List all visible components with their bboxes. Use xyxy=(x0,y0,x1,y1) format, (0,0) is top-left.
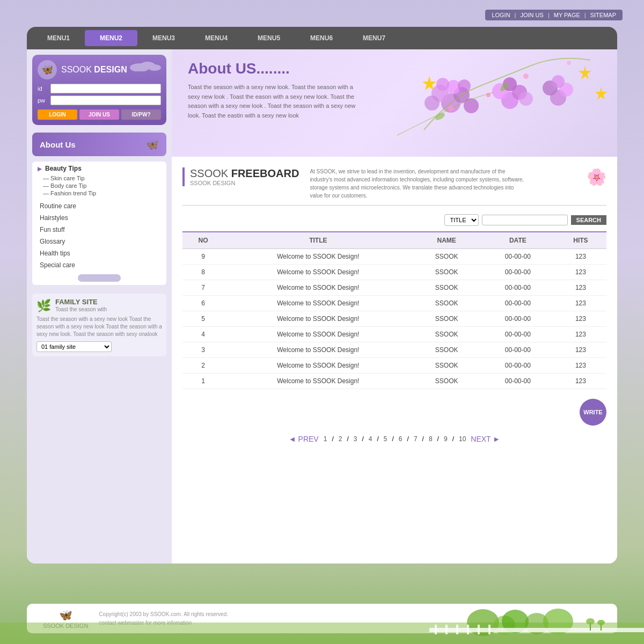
board-subtitle: SSOOK DESIGN xyxy=(190,180,299,186)
family-site-desc: Toast the season with a sexy new look To… xyxy=(36,316,162,338)
search-input[interactable] xyxy=(482,215,568,225)
col-title: TITLE xyxy=(224,232,412,249)
cell-date: 00-00-00 xyxy=(481,327,555,342)
table-row: 3 Welcome to SSOOK Design! SSOOK 00-00-0… xyxy=(182,342,606,358)
cell-title[interactable]: Welcome to SSOOK Design! xyxy=(224,280,412,296)
cell-title[interactable]: Welcome to SSOOK Design! xyxy=(224,296,412,311)
page-9[interactable]: 9 xyxy=(441,434,450,444)
search-bar: TITLE SEARCH xyxy=(182,214,606,226)
svg-point-25 xyxy=(523,74,529,79)
page-10[interactable]: 10 xyxy=(456,434,469,444)
cell-name: SSOOK xyxy=(413,249,481,265)
nav-menu2[interactable]: MENU2 xyxy=(85,30,137,46)
table-row: 9 Welcome to SSOOK Design! SSOOK 00-00-0… xyxy=(182,249,606,265)
svg-point-23 xyxy=(448,106,453,111)
cell-title[interactable]: Welcome to SSOOK Design! xyxy=(224,358,412,374)
prev-arrow[interactable]: ◄ PREV xyxy=(289,435,319,443)
cell-date: 00-00-00 xyxy=(481,280,555,296)
banner: About US........ Toast the season with a… xyxy=(172,49,617,157)
board-title: SSOOK FREEBOARD xyxy=(190,167,299,180)
nav-menu6[interactable]: MENU6 xyxy=(295,30,348,46)
cell-no: 6 xyxy=(182,296,224,311)
cell-name: SSOOK xyxy=(413,374,481,389)
board-title-regular: SSOOK xyxy=(190,167,228,179)
landscape xyxy=(0,601,644,644)
health-tips-link[interactable]: Health tips xyxy=(40,247,161,259)
butterfly-deco-icon: 🦋 xyxy=(145,138,159,151)
next-arrow[interactable]: NEXT ► xyxy=(471,435,500,443)
routine-care-link[interactable]: Routine care xyxy=(40,200,161,212)
nav-menu5[interactable]: MENU5 xyxy=(243,30,295,46)
nav-menu3[interactable]: MENU3 xyxy=(137,30,190,46)
family-site-tagline: Toast the season with xyxy=(55,306,107,313)
cell-date: 00-00-00 xyxy=(481,265,555,280)
cell-name: SSOOK xyxy=(413,265,481,280)
sitemap-link[interactable]: SITEMAP xyxy=(590,12,616,18)
cell-title[interactable]: Welcome to SSOOK Design! xyxy=(224,249,412,265)
main-container: MENU1 MENU2 MENU3 MENU4 MENU5 MENU6 MENU… xyxy=(27,27,617,564)
page-2[interactable]: 2 xyxy=(336,434,345,444)
svg-point-6 xyxy=(425,96,440,111)
svg-point-19 xyxy=(552,75,565,88)
cell-no: 3 xyxy=(182,342,224,358)
pw-input[interactable] xyxy=(50,96,161,105)
page-5[interactable]: 5 xyxy=(381,434,390,444)
page-8[interactable]: 8 xyxy=(426,434,435,444)
login-box: 🦋 SSOOK DESIGN id pw LOGIN JOIN US ID/P xyxy=(32,55,166,125)
fun-stuff-link[interactable]: Fun stuff xyxy=(40,224,161,236)
write-button[interactable]: WRITE xyxy=(580,399,606,426)
logo-text: SSOOK DESIGN xyxy=(61,65,127,75)
page-3[interactable]: 3 xyxy=(351,434,360,444)
cell-title[interactable]: Welcome to SSOOK Design! xyxy=(224,265,412,280)
hairstyles-link[interactable]: Hairstyles xyxy=(40,212,161,224)
cell-hits: 123 xyxy=(555,249,606,265)
cell-title[interactable]: Welcome to SSOOK Design! xyxy=(224,311,412,327)
cell-hits: 123 xyxy=(555,374,606,389)
page-7[interactable]: 7 xyxy=(411,434,420,444)
svg-point-9 xyxy=(436,78,449,91)
svg-point-7 xyxy=(464,98,479,113)
main-content: About US........ Toast the season with a… xyxy=(172,49,617,564)
svg-rect-35 xyxy=(429,628,644,632)
joinus-button[interactable]: JOIN US xyxy=(79,109,119,120)
body-care-item[interactable]: — Body care Tip xyxy=(43,182,161,189)
page-6[interactable]: 6 xyxy=(396,434,405,444)
mypage-link[interactable]: MY PAGE xyxy=(554,12,580,18)
svg-rect-40 xyxy=(478,625,480,634)
fashion-trend-item[interactable]: — Fashion trend Tip xyxy=(43,189,161,197)
cell-no: 9 xyxy=(182,249,224,265)
id-label: id xyxy=(38,85,47,92)
search-button[interactable]: SEARCH xyxy=(571,215,606,225)
search-select[interactable]: TITLE xyxy=(444,214,479,226)
cell-title[interactable]: Welcome to SSOOK Design! xyxy=(224,342,412,358)
table-row: 5 Welcome to SSOOK Design! SSOOK 00-00-0… xyxy=(182,311,606,327)
family-site-header: 🌿 FAMILY SITE Toast the season with xyxy=(36,298,162,313)
page-4[interactable]: 4 xyxy=(366,434,375,444)
cell-date: 00-00-00 xyxy=(481,296,555,311)
login-link[interactable]: LOGIN xyxy=(492,12,510,18)
skin-care-item[interactable]: — Skin care Tip xyxy=(43,174,161,182)
about-us-label: About Us xyxy=(40,140,76,149)
idpw-button[interactable]: ID/PW? xyxy=(121,109,161,120)
special-care-link[interactable]: Special care xyxy=(40,259,161,271)
glossary-link[interactable]: Glossary xyxy=(40,236,161,247)
cell-title[interactable]: Welcome to SSOOK Design! xyxy=(224,374,412,389)
cell-no: 5 xyxy=(182,311,224,327)
page-1[interactable]: 1 xyxy=(321,434,330,444)
id-input[interactable] xyxy=(50,84,161,93)
family-site-select[interactable]: 01 family site02 family site03 family si… xyxy=(36,341,112,352)
svg-point-2 xyxy=(148,64,161,71)
svg-rect-41 xyxy=(488,625,491,634)
nav-menu4[interactable]: MENU4 xyxy=(190,30,243,46)
nav-menu7[interactable]: MENU7 xyxy=(348,30,400,46)
nav-menu1[interactable]: MENU1 xyxy=(32,30,85,46)
beauty-tips-title[interactable]: ▶ Beauty Tips xyxy=(38,165,161,172)
login-button[interactable]: LOGIN xyxy=(38,109,77,120)
cell-title[interactable]: Welcome to SSOOK Design! xyxy=(224,327,412,342)
body-layout: 🦋 SSOOK DESIGN id pw LOGIN JOIN US ID/P xyxy=(27,49,617,564)
about-us-box[interactable]: About Us 🦋 xyxy=(32,133,166,156)
table-header-row: NO TITLE NAME DATE HITS xyxy=(182,232,606,249)
joinus-link[interactable]: JOIN US xyxy=(520,12,543,18)
cell-no: 7 xyxy=(182,280,224,296)
top-bar: LOGIN | JOIN US | MY PAGE | SITEMAP xyxy=(485,10,623,20)
